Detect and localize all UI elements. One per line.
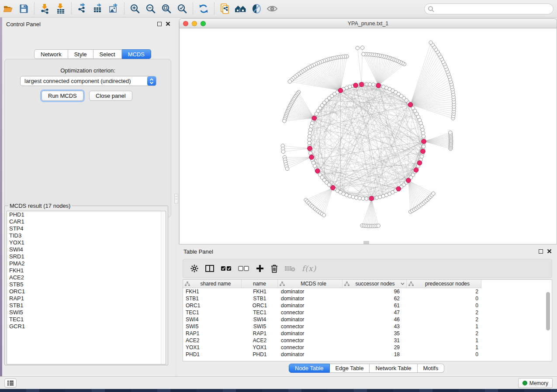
delete-table-button[interactable] xyxy=(284,262,296,275)
table-cell[interactable]: 2 xyxy=(407,289,481,295)
table-cell[interactable]: YOX1 xyxy=(183,344,242,351)
table-cell[interactable]: 62 xyxy=(343,296,407,302)
network-node[interactable] xyxy=(371,83,375,86)
network-node[interactable] xyxy=(422,134,425,138)
leaf-node[interactable] xyxy=(449,131,452,134)
mcds-hub-node[interactable] xyxy=(309,155,314,160)
import-table-button[interactable] xyxy=(53,2,69,16)
table-cell[interactable]: RAP1 xyxy=(242,330,278,337)
network-node[interactable] xyxy=(421,131,425,135)
table-cell[interactable]: 46 xyxy=(343,316,407,323)
close-window-icon[interactable] xyxy=(183,21,188,26)
table-cell[interactable]: YOX1 xyxy=(242,344,278,351)
add-column-button[interactable] xyxy=(256,262,264,275)
network-node[interactable] xyxy=(368,83,372,86)
tab-network-table[interactable]: Network Table xyxy=(370,364,417,373)
table-cell[interactable]: TEC1 xyxy=(183,309,242,316)
mcds-hub-node[interactable] xyxy=(308,146,312,151)
network-node[interactable] xyxy=(422,144,425,148)
leaf-node[interactable] xyxy=(356,46,359,50)
column-header-shared-name[interactable]: shared name xyxy=(183,280,242,288)
table-cell[interactable]: 0 xyxy=(407,351,481,358)
network-node[interactable] xyxy=(309,124,313,128)
column-header-predecessor-nodes[interactable]: predecessor nodes xyxy=(407,280,481,288)
table-cell[interactable]: 2 xyxy=(407,316,481,323)
table-row[interactable]: ORC1ORC1dominator610 xyxy=(183,302,552,309)
network-node[interactable] xyxy=(351,195,355,199)
hide-details-button[interactable] xyxy=(264,2,280,16)
search-box[interactable] xyxy=(424,3,554,14)
network-node[interactable] xyxy=(420,155,423,158)
table-row[interactable]: TEC1TEC1connector472 xyxy=(183,309,552,316)
mcds-hub-node[interactable] xyxy=(406,178,411,183)
mcds-hub-node[interactable] xyxy=(396,186,401,191)
mcds-result-item[interactable]: ORC1 xyxy=(7,288,166,295)
table-cell[interactable]: connector xyxy=(278,323,343,330)
table-cell[interactable]: PHD1 xyxy=(242,351,278,358)
minimize-window-icon[interactable] xyxy=(192,21,197,26)
network-node[interactable] xyxy=(365,83,368,86)
zoom-selected-button[interactable] xyxy=(174,2,190,16)
tab-style[interactable]: Style xyxy=(68,49,93,59)
leaf-node[interactable] xyxy=(322,213,325,217)
table-cell[interactable]: PHD1 xyxy=(183,351,242,358)
table-cell[interactable]: connector xyxy=(278,337,343,344)
mcds-result-item[interactable]: SRD1 xyxy=(7,253,166,260)
leaf-node[interactable] xyxy=(285,167,289,170)
mcds-result-item[interactable]: STB1 xyxy=(7,302,166,309)
mcds-hub-node[interactable] xyxy=(408,103,413,107)
table-row[interactable]: RAP1RAP1dominator352 xyxy=(183,330,552,337)
table-cell[interactable]: 29 xyxy=(343,344,407,351)
leaf-node[interactable] xyxy=(377,224,380,227)
table-cell[interactable]: 2 xyxy=(407,330,481,337)
mcds-result-item[interactable]: SWI5 xyxy=(7,309,166,316)
function-builder-button[interactable]: f(x) xyxy=(302,262,316,275)
delete-column-button[interactable] xyxy=(270,262,278,275)
table-cell[interactable]: 47 xyxy=(343,309,407,316)
zoom-out-button[interactable] xyxy=(143,2,159,16)
table-cell[interactable]: TEC1 xyxy=(242,309,278,316)
close-panel-button[interactable]: Close panel xyxy=(89,91,132,101)
mcds-result-item[interactable]: CAR1 xyxy=(7,218,166,225)
column-header-mcds-role[interactable]: MCDS role xyxy=(278,280,343,288)
leaf-node[interactable] xyxy=(362,52,365,56)
table-cell[interactable]: SWI5 xyxy=(242,323,278,330)
table-cell[interactable]: 43 xyxy=(343,323,407,330)
leaf-node[interactable] xyxy=(429,41,432,44)
open-session-button[interactable] xyxy=(0,2,16,16)
save-session-button[interactable] xyxy=(16,2,31,16)
maximize-window-icon[interactable] xyxy=(201,21,206,26)
search-input[interactable] xyxy=(435,5,553,14)
leaf-node[interactable] xyxy=(288,80,291,83)
vizmapper-button[interactable] xyxy=(249,2,264,16)
table-scrollbar-thumb[interactable] xyxy=(546,292,550,330)
column-header-successor-nodes[interactable]: successor nodes xyxy=(343,280,407,288)
table-cell[interactable]: 0 xyxy=(407,296,481,302)
share-document-button[interactable] xyxy=(217,2,233,16)
table-row[interactable]: SWI5SWI5connector431 xyxy=(183,323,552,330)
table-cell[interactable]: dominator xyxy=(278,296,343,302)
import-network-button[interactable] xyxy=(37,2,53,16)
tab-edge-table[interactable]: Edge Table xyxy=(330,364,370,373)
column-header-name[interactable]: name xyxy=(242,280,278,288)
mcds-list-scrollbar[interactable] xyxy=(161,211,166,364)
tab-motifs[interactable]: Motifs xyxy=(418,364,445,373)
table-cell[interactable]: 1 xyxy=(407,337,481,344)
mcds-hub-node[interactable] xyxy=(315,168,320,173)
leaf-node[interactable] xyxy=(283,119,286,123)
leaf-node[interactable] xyxy=(360,46,364,49)
network-node[interactable] xyxy=(421,128,424,131)
mcds-result-list[interactable]: PHD1CAR1STP4TID3YOX1SWI4SRD1PMA2FKH1ACE2… xyxy=(7,211,166,364)
mcds-result-item[interactable]: GCR1 xyxy=(7,323,166,330)
network-node[interactable] xyxy=(358,196,361,200)
memory-button[interactable]: Memory xyxy=(518,378,553,388)
network-node[interactable] xyxy=(365,197,368,200)
mcds-result-item[interactable]: PMA2 xyxy=(7,260,166,267)
table-cell[interactable]: SWI4 xyxy=(183,316,242,323)
mcds-hub-node[interactable] xyxy=(421,149,426,154)
network-node[interactable] xyxy=(308,141,311,145)
network-node[interactable] xyxy=(308,131,311,135)
mcds-result-item[interactable]: TEC1 xyxy=(7,316,166,323)
network-node[interactable] xyxy=(361,197,365,200)
table-cell[interactable]: FKH1 xyxy=(183,289,242,295)
